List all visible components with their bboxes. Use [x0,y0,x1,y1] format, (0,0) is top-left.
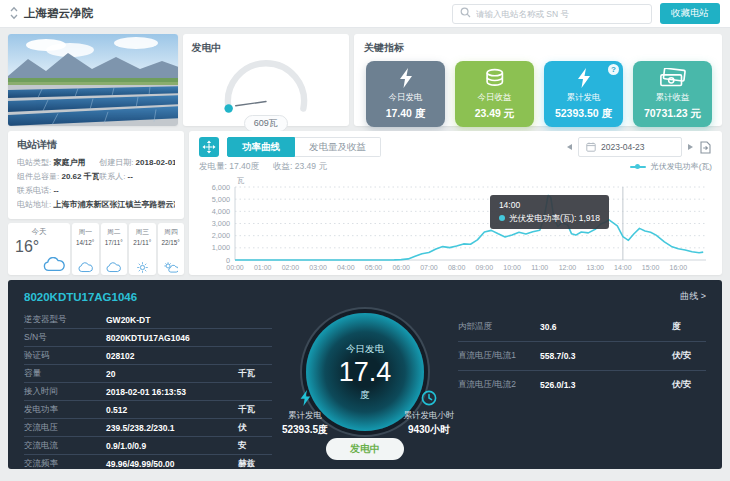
weather-card-1: 周一14/12° [72,223,99,275]
weather-day: 周四 [164,227,178,237]
gauge-value: 609瓦 [244,115,288,132]
detail-label: 组件总容量: [17,172,61,181]
weather-card-3: 周三21/11° [129,223,156,275]
station-detail-title: 电站详情 [17,138,175,152]
kpi-value: 23.49 元 [455,107,534,121]
power-gauge [210,55,322,117]
svg-text:00:00: 00:00 [226,264,244,271]
power-curve-chart[interactable]: 01,0002,0003,0004,0005,0006,000瓦00:0001:… [199,175,712,273]
kpi-label: 累计发电 [544,92,623,104]
table-row: 直流电压/电流1558.7/0.3伏/安 [458,342,706,371]
total-generation-value: 52393.5度 [268,423,342,437]
inverter-panel-header: 8020KDTU17AG1046 曲线 > [24,290,706,303]
svg-text:14:00: 14:00 [614,264,632,271]
calendar-icon [586,142,596,152]
row-label: 直流电压/电流2 [458,379,540,391]
weather-temp: 17/11° [105,239,123,246]
tab-power-curve[interactable]: 功率曲线 [227,137,295,157]
detail-pair: 组件总容量: 20.62 千瓦 [17,170,99,184]
weather-day: 周二 [107,227,121,237]
kpi-label: 今日收益 [455,92,534,104]
row-label: 发电功率 [24,404,106,416]
svg-text:瓦: 瓦 [237,176,245,185]
svg-text:5,000: 5,000 [212,195,230,204]
chart-legend[interactable]: 光伏发电功率(瓦) [630,161,712,172]
detail-value: -- [128,172,133,181]
detail-value: 上海市浦东新区张江镇兰亭路碧云净院 [53,200,175,209]
detail-label: 联系电话: [17,186,53,195]
row-unit: 伏 [238,422,272,434]
detail-value: -- [53,186,58,195]
table-row: S/N号8020KDTU17AG1046 [24,329,272,347]
cloud-icon [78,262,93,273]
svg-text:03:00: 03:00 [309,264,327,271]
weather-temp: 14/12° [76,239,94,246]
search-box[interactable] [452,4,652,24]
lightning-icon [299,390,312,406]
kpi-value: 70731.23 元 [633,107,712,121]
svg-text:06:00: 06:00 [392,264,410,271]
inverter-center: 今日发电 17.4 度 累计发电 52393.5度 发电中 累计发电小时 943… [284,311,446,461]
detail-pair: 电站类型: 家庭户用 [17,156,99,170]
key-indicators-card: 关键指标 今日发电17.40 度今日收益23.49 元?累计发电52393.50… [354,34,722,126]
total-hours-value: 9430小时 [392,423,466,437]
detail-value: 家庭户用 [53,158,85,167]
next-date-button[interactable] [688,144,693,150]
tab-generation-income[interactable]: 发电量及收益 [295,137,381,157]
kpi-card-3: 累计收益70731.23 元 [633,61,712,127]
daily-generation-unit: 度 [360,389,370,402]
curve-link[interactable]: 曲线 > [680,290,706,303]
table-row: 逆变器型号GW20K-DT [24,311,272,329]
row-label: 交流频率 [24,458,106,470]
weather-forecast: 今天16°周一14/12°周二17/11°周三21/11°周四22/15° [8,223,184,275]
daily-generation-label: 今日发电 [346,343,384,356]
table-row: 内部温度30.6度 [458,313,706,342]
row-unit: 度 [672,321,706,333]
favorite-station-button[interactable]: 收藏电站 [660,3,720,24]
export-icon[interactable] [699,141,712,154]
banknotes-icon [633,68,712,90]
svg-text:12:00: 12:00 [559,264,577,271]
detail-label: 电站地址: [17,200,53,209]
total-generation-label: 累计发电 [268,410,342,422]
generating-status-button[interactable]: 发电中 [326,438,404,460]
search-input[interactable] [476,9,644,19]
table-row: 直流电压/电流2526.0/1.3伏/安 [458,371,706,399]
svg-text:08:00: 08:00 [448,264,466,271]
search-icon [460,7,471,20]
weather-temp: 22/15° [162,239,180,246]
total-hours-label: 累计发电小时 [392,410,466,422]
detail-value: 2018-02-01 [136,158,175,167]
power-gauge-card: 发电中 609瓦 [183,34,349,126]
station-switcher[interactable]: 上海碧云净院 [10,6,93,22]
detail-pair: 联系人: -- [99,170,175,184]
row-label: 直流电压/电流1 [458,350,540,362]
prev-date-button[interactable] [567,144,572,150]
weather-day: 今天 [32,227,47,237]
station-detail-card: 电站详情 电站类型: 家庭户用创建日期: 2018-02-01组件总容量: 20… [8,131,184,219]
row-label: 接入时间 [24,386,106,398]
detail-label: 联系人: [99,172,127,181]
kpi-title: 关键指标 [364,41,712,55]
date-picker[interactable]: 2023-04-23 [578,137,682,157]
kpi-label: 累计收益 [633,92,712,104]
row-value: 558.7/0.3 [540,351,672,361]
weather-day: 周一 [78,227,92,237]
help-icon[interactable]: ? [608,64,619,75]
topbar-right: 收藏电站 [452,3,720,24]
table-row: 交流电流0.9/1.0/0.9安 [24,437,272,455]
svg-text:07:00: 07:00 [420,264,438,271]
move-chart-button[interactable] [199,137,219,157]
summary-row: 发电中 609瓦 关键指标 今日发电17.40 度今日收益23.49 元?累计发… [8,34,722,126]
left-column: 电站详情 电站类型: 家庭户用创建日期: 2018-02-01组件总容量: 20… [8,131,184,275]
station-detail-rows: 电站类型: 家庭户用创建日期: 2018-02-01组件总容量: 20.62 千… [17,156,175,212]
svg-text:10:00: 10:00 [503,264,521,271]
inverter-info-table: 逆变器型号GW20K-DTS/N号8020KDTU17AG1046验证码0281… [24,311,272,461]
chart-header: 功率曲线发电量及收益 2023-04-23 [199,137,712,157]
row-value: 49.96/49.99/50.00 [106,459,238,469]
table-row: 交流频率49.96/49.99/50.00赫兹 [24,455,272,472]
row-label: 交流电压 [24,422,106,434]
app-root: 上海碧云净院 收藏电站 [0,0,730,481]
kpi-cards: 今日发电17.40 度今日收益23.49 元?累计发电52393.50 度累计收… [364,61,712,127]
station-name: 上海碧云净院 [24,6,93,21]
